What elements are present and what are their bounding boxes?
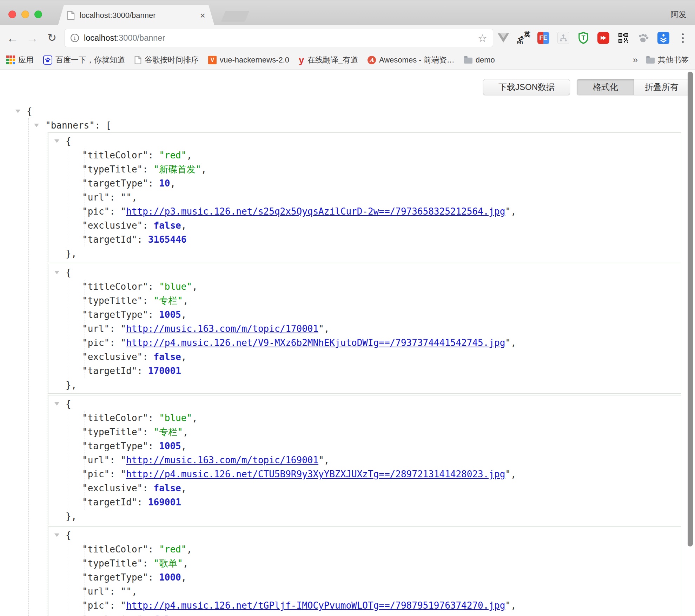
json-url-link[interactable]: http://p4.music.126.net/CTU5B9R9y3XyYBZX…	[126, 469, 505, 479]
bookmark-item-demo[interactable]: demo	[464, 55, 495, 65]
bookmark-label: 百度一下，你就知道	[55, 55, 125, 65]
json-row: "typeTitle": "新碟首发",	[48, 162, 681, 176]
banner-object-box: {"titleColor": "red","typeTitle": "新碟首发"…	[48, 132, 681, 262]
forward-button[interactable]: →	[25, 30, 40, 46]
bookmark-item-apps[interactable]: 应用	[6, 55, 34, 65]
translate-extension-icon[interactable]: 英 ⇄ en	[516, 30, 531, 46]
json-token: "pic"	[82, 338, 110, 348]
json-token: :	[110, 600, 120, 611]
json-token: "red"	[159, 544, 186, 555]
sitemap-extension-icon[interactable]	[556, 30, 571, 46]
site-info-icon[interactable]: i	[71, 34, 79, 42]
download-json-button[interactable]: 下载JSON数据	[483, 79, 570, 95]
json-token: :	[137, 234, 148, 245]
collapse-toggle-icon[interactable]	[54, 402, 59, 406]
format-button[interactable]: 格式化	[577, 79, 634, 95]
json-url-link[interactable]: http://p3.music.126.net/s25q2x5QyqsAzilC…	[126, 206, 505, 217]
json-row: "targetType": 1005,	[48, 308, 681, 322]
json-row: {	[48, 266, 681, 280]
qrcode-extension-icon[interactable]	[616, 30, 631, 46]
bookmark-item-vue-hackernews[interactable]: V vue-hackernews-2.0	[208, 55, 289, 65]
json-row: "targetType": 1000,	[48, 570, 681, 584]
json-token: "banners"	[45, 120, 95, 131]
tab-close-icon[interactable]: ×	[200, 11, 205, 20]
json-token: ,	[132, 586, 137, 597]
json-token: false	[154, 352, 181, 362]
json-token: ,	[132, 192, 137, 203]
json-url-link[interactable]: http://music.163.com/m/topic/169001	[126, 455, 318, 465]
json-url-link[interactable]: http://p4.music.126.net/V9-MXz6b2MNhEKju…	[126, 338, 505, 348]
bookmark-item-baidu[interactable]: 百度一下，你就知道	[43, 55, 125, 65]
json-token: },	[66, 511, 77, 522]
json-token: "url"	[82, 455, 110, 465]
tampermonkey-extension-icon[interactable]: T	[576, 30, 591, 46]
json-token: ,	[324, 323, 330, 334]
json-token: "专栏"	[154, 427, 183, 437]
bookmark-item-awesomes[interactable]: A Awesomes - 前端资…	[368, 55, 455, 65]
collapse-toggle-icon[interactable]	[15, 110, 20, 113]
json-token: :	[148, 150, 159, 160]
banner-object-box: {"titleColor": "blue","typeTitle": "专栏",…	[48, 264, 681, 394]
bookmark-label: demo	[476, 55, 495, 65]
bookmark-label: vue-hackernews-2.0	[220, 55, 289, 65]
json-token: "exclusive"	[82, 352, 143, 362]
json-token: "titleColor"	[82, 413, 148, 423]
json-url-link[interactable]: http://p4.music.126.net/tGPljf-IMOCyPvum…	[126, 600, 505, 611]
window-close-button[interactable]	[8, 11, 16, 18]
json-token: {	[27, 106, 32, 117]
profile-name: 阿发	[670, 9, 687, 20]
json-row: "targetId": 3165446	[48, 232, 681, 247]
url-path: :3000/banner	[117, 33, 165, 42]
json-row: },	[48, 509, 681, 523]
bookmark-star-icon[interactable]: ☆	[478, 32, 487, 44]
json-token: ,	[183, 427, 188, 437]
reload-button[interactable]: ↻	[44, 30, 60, 46]
other-bookmarks-folder[interactable]: 其他书签	[646, 55, 689, 65]
json-token: ,	[186, 150, 192, 160]
browser-tab[interactable]: localhost:3000/banner ×	[58, 5, 214, 26]
json-row: "titleColor": "red",	[48, 542, 681, 556]
json-token: ,	[181, 441, 187, 451]
page-icon	[134, 56, 141, 64]
json-token: "	[505, 206, 511, 217]
collapse-toggle-icon[interactable]	[54, 533, 59, 537]
bookmark-item-google-sort[interactable]: 谷歌按时间排序	[134, 55, 199, 65]
json-token: ,	[192, 413, 198, 423]
fe-extension-icon[interactable]: FE	[536, 30, 551, 46]
json-token: "	[121, 206, 126, 217]
json-token: ,	[201, 164, 207, 175]
window-zoom-button[interactable]	[34, 11, 42, 18]
bookmark-item-youdao[interactable]: y 在线翻译_有道	[299, 55, 358, 65]
back-button[interactable]: ←	[5, 30, 20, 46]
fastforward-extension-icon[interactable]	[596, 30, 611, 46]
json-row: "titleColor": "blue",	[48, 280, 681, 294]
banner-object-box: {"titleColor": "red","typeTitle": "歌单","…	[48, 526, 681, 616]
vue-devtools-extension-icon[interactable]	[496, 30, 511, 46]
collapse-toggle-icon[interactable]	[54, 271, 59, 274]
json-token: "targetType"	[82, 441, 148, 451]
window-minimize-button[interactable]	[21, 11, 29, 18]
url-text: localhost:3000/banner	[84, 33, 165, 43]
json-url-link[interactable]: http://music.163.com/m/topic/170001	[126, 323, 318, 334]
json-token: "	[121, 469, 126, 479]
json-token: :	[148, 413, 159, 423]
collapse-toggle-icon[interactable]	[54, 139, 59, 143]
paw-extension-icon[interactable]	[636, 30, 651, 46]
collapse-toggle-icon[interactable]	[34, 124, 39, 127]
vertical-scrollbar-thumb[interactable]	[688, 72, 693, 546]
json-token: "	[318, 323, 324, 334]
collector-extension-icon[interactable]	[656, 30, 671, 46]
new-tab-button[interactable]	[221, 11, 250, 22]
address-bar[interactable]: i localhost:3000/banner ☆	[65, 29, 493, 47]
json-token: "exclusive"	[82, 483, 143, 493]
json-token: "targetId"	[82, 366, 137, 376]
bookmarks-overflow-chevron[interactable]: »	[633, 54, 638, 65]
json-token: "typeTitle"	[82, 558, 143, 569]
browser-menu-button[interactable]	[677, 30, 689, 46]
baidu-paw-icon	[43, 55, 52, 65]
json-token: "url"	[82, 323, 110, 334]
folder-icon	[646, 58, 655, 64]
collapse-all-button[interactable]: 折叠所有	[634, 79, 689, 95]
json-token: "typeTitle"	[82, 427, 143, 437]
json-row: "targetType": 1005,	[48, 439, 681, 453]
